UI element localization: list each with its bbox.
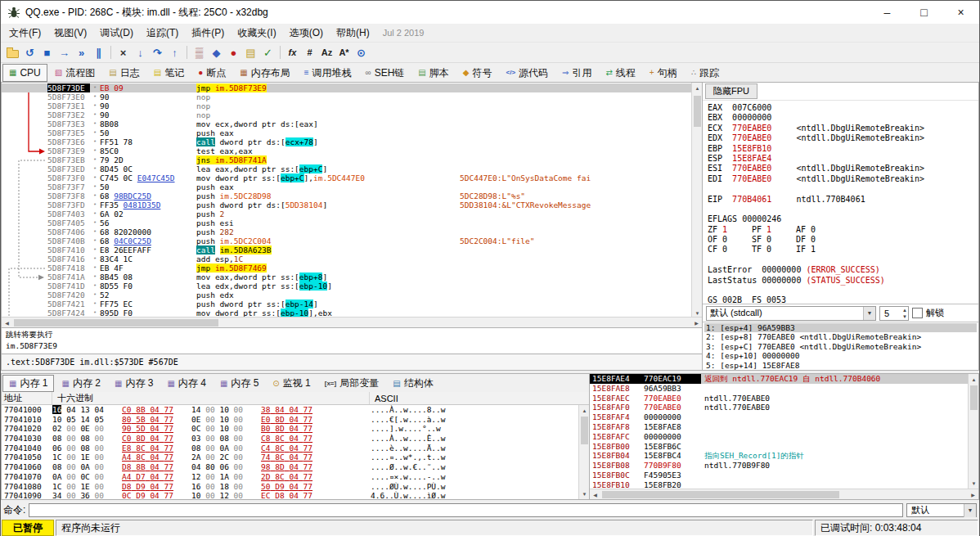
scroll-up-icon[interactable]: ▲: [579, 405, 589, 416]
disasm-row[interactable]: 5D8F73E9•85C0test eax,eax: [2, 146, 691, 155]
tab-script[interactable]: ▤脚本: [411, 64, 455, 82]
disasm-row[interactable]: 5D8F7405•56push esi: [2, 218, 691, 227]
open-file-icon[interactable]: [4, 44, 21, 61]
a-star-icon[interactable]: A*: [335, 44, 353, 61]
menu-help[interactable]: 帮助(H): [330, 25, 376, 42]
dump-row[interactable]: 7704101010 05 14 0580 5B 04 770E 00 10 0…: [4, 415, 578, 425]
patches-icon[interactable]: ▒: [191, 44, 208, 61]
disasm-row[interactable]: 5D8F73EB•79 2Djns im.5D8F741A: [2, 155, 691, 164]
disasm-row[interactable]: 5D8F73F0•C745 0C E047C45Dmov dword ptr s…: [2, 173, 691, 182]
disasm-row[interactable]: 5D8F7424•895D F0mov dword ptr ss:[ebp-10…: [2, 309, 691, 317]
scroll-right-icon[interactable]: ▶: [691, 318, 702, 328]
command-input[interactable]: [29, 503, 903, 517]
stack-row[interactable]: 15E8FAF815E8FAE8: [590, 422, 968, 432]
disasm-row[interactable]: 5D8F73FD•FF35 0481D35Dpush dword ptr ds:…: [2, 200, 691, 209]
az-icon[interactable]: Az: [318, 44, 335, 61]
stack-rows[interactable]: 15E8FAE4770EAC19返回到 ntdll.770EAC19 自 ntd…: [590, 374, 968, 489]
scroll-thumb[interactable]: [694, 96, 701, 127]
argument-row[interactable]: 5: [esp+14] 15E8FAE8: [704, 361, 977, 370]
menu-plugins[interactable]: 插件(P): [185, 25, 231, 42]
scroll-up-icon[interactable]: ▲: [969, 374, 978, 385]
menu-view[interactable]: 视图(V): [47, 25, 93, 42]
stack-row[interactable]: 15E8FAE896A59BB3: [590, 384, 968, 394]
tab-call-stack[interactable]: ≡调用堆栈: [298, 64, 358, 82]
step-over-icon[interactable]: ↷: [149, 44, 166, 61]
dump-row[interactable]: 7704104006 00 08 00E8 8C 04 7708 00 0A 0…: [4, 444, 578, 453]
argument-count-stepper[interactable]: 5 ▲▼: [879, 306, 909, 321]
call-arguments-list[interactable]: 1: [esp+4] 96A59BB32: [esp+8] 770EABE0 <…: [703, 322, 978, 370]
disasm-row[interactable]: 5D8F73E0•90nop: [2, 92, 691, 101]
tab-mem1[interactable]: ▦内存 1: [2, 375, 54, 392]
step-out-icon[interactable]: ↑: [166, 44, 183, 61]
menu-debug[interactable]: 调试(D): [93, 25, 140, 42]
stack-row[interactable]: 15E8FAFC00000000: [590, 432, 968, 442]
run-alt-icon[interactable]: »: [73, 44, 90, 61]
stack-hscrollbar[interactable]: ◀ ▶: [590, 489, 978, 499]
tab-cpu[interactable]: ▦CPU: [2, 64, 47, 82]
disasm-row[interactable]: 5D8F740B•68 04C0C25Dpush im.5DC2C0045DC2…: [2, 236, 691, 245]
stack-row[interactable]: 15E8FB0415E8FBC4指向SEH_Record[1]的指针: [590, 451, 968, 461]
stack-row[interactable]: 15E8FB08770B9F80ntdll.770B9F80: [590, 461, 968, 471]
argument-row[interactable]: 4: [esp+10] 00000000: [704, 351, 977, 360]
calling-convention-select[interactable]: 默认 (stdcall) ▼: [706, 306, 876, 321]
restart-icon[interactable]: ↺: [21, 44, 38, 61]
disasm-row[interactable]: 5D8F73E2•90nop: [2, 110, 691, 119]
disasm-row[interactable]: 5D8F73F7•50push eax: [2, 182, 691, 191]
tab-log[interactable]: ▤日志: [102, 64, 146, 82]
registers-body[interactable]: EAX 007C6000EBX 00000000ECX 770EABE0 <nt…: [703, 101, 978, 304]
scroll-thumb[interactable]: [970, 385, 978, 410]
menu-favourites[interactable]: 收藏夹(I): [231, 25, 282, 42]
scroll-right-icon[interactable]: ▶: [968, 489, 978, 500]
scroll-left-icon[interactable]: ◀: [590, 489, 600, 500]
minimize-button[interactable]: –: [869, 1, 906, 24]
tab-mem3[interactable]: ▦内存 3: [108, 375, 160, 392]
dump-row[interactable]: 7704109034 00 36 000C D9 04 7710 00 12 0…: [4, 491, 578, 499]
hash-icon[interactable]: #: [301, 44, 318, 61]
tab-watch1[interactable]: ⊙监视 1: [266, 375, 317, 392]
dump-row[interactable]: 770410700A 00 0C 00A4 D7 04 7712 00 1A 0…: [4, 472, 578, 482]
stack-row[interactable]: 15E8FAF400000000: [590, 412, 968, 422]
memory-map-icon[interactable]: ◆: [208, 44, 225, 61]
hide-fpu-button[interactable]: 隐藏FPU: [705, 83, 757, 99]
disasm-row[interactable]: 5D8F7410•E8 26EEFAFFcall im.5D8A623B: [2, 245, 691, 254]
dump-row[interactable]: 7704103008 00 08 00C0 8D 04 7703 00 08 0…: [4, 434, 578, 444]
disasm-row[interactable]: 5D8F7406•68 82020000push 282: [2, 227, 691, 236]
tab-mem4[interactable]: ▦内存 4: [160, 375, 212, 392]
scroll-left-icon[interactable]: ◀: [2, 318, 12, 328]
command-profile-select[interactable]: 默认 ▼: [906, 503, 977, 517]
tab-threads[interactable]: ⇄线程: [599, 64, 641, 82]
disasm-row[interactable]: 5D8F7420•52push edx: [2, 291, 691, 300]
stack-row[interactable]: 15E8FAEC770EABE0ntdll.770EABE0: [590, 394, 968, 403]
notes-icon[interactable]: ▤: [242, 44, 259, 61]
tab-mem2[interactable]: ▦内存 2: [55, 375, 106, 392]
tab-mem5[interactable]: ▦内存 5: [214, 375, 265, 392]
tab-references[interactable]: ⇒引用: [555, 64, 598, 82]
stack-row[interactable]: 15E8FAE4770EAC19返回到 ntdll.770EAC19 自 ntd…: [590, 374, 968, 384]
scroll-up-icon[interactable]: ▲: [692, 83, 702, 93]
pause-icon[interactable]: ∥: [90, 44, 107, 61]
disasm-row[interactable]: 5D8F741A•8B45 08mov eax,dword ptr ss:[eb…: [2, 273, 691, 282]
menu-file[interactable]: 文件(F): [2, 25, 47, 42]
maximize-button[interactable]: □: [906, 1, 942, 24]
argument-row[interactable]: 3: [esp+C] 770EABE0 <ntdll.DbgUiRemoteBr…: [704, 342, 977, 351]
stepper-arrows-icon[interactable]: ▲▼: [902, 307, 907, 320]
stack-row[interactable]: 15E8FB0015E8FB6C: [590, 442, 968, 452]
scroll-down-icon[interactable]: ▼: [692, 308, 702, 317]
disasm-row[interactable]: 5D8F73E6•FF51 78call dword ptr ds:[ecx+7…: [2, 137, 691, 146]
disasm-row[interactable]: 5D8F73E3•8B08mov ecx,dword ptr ds:[eax]: [2, 119, 691, 128]
dump-row[interactable]: 7704106008 00 0A 00D8 8B 04 7704 80 06 0…: [4, 462, 578, 472]
tab-struct[interactable]: ▤结构体: [386, 375, 439, 392]
disasm-row[interactable]: 5D8F73E1•90nop: [2, 101, 691, 110]
disasm-row[interactable]: 5D8F7416•83C4 1Cadd esp,1C: [2, 254, 691, 263]
tab-handles[interactable]: +句柄: [643, 64, 684, 82]
disassembly-view[interactable]: 5D8F73DE•EB 09jmp im.5D8F73E95D8F73E0•90…: [2, 83, 691, 317]
scroll-thumb[interactable]: [602, 491, 839, 498]
scroll-down-icon[interactable]: ▼: [969, 478, 978, 489]
close-button[interactable]: ×: [942, 1, 979, 24]
check-icon[interactable]: ✓: [259, 44, 276, 61]
stack-row[interactable]: 15E8FB1015E8FB20: [590, 480, 968, 489]
tab-source[interactable]: </>源代码: [499, 64, 555, 82]
dump-row[interactable]: 770410801C 00 1E 00D8 D9 04 7716 00 18 0…: [4, 482, 578, 492]
menu-trace[interactable]: 追踪(T): [140, 25, 185, 42]
stop-icon[interactable]: ■: [38, 44, 56, 61]
